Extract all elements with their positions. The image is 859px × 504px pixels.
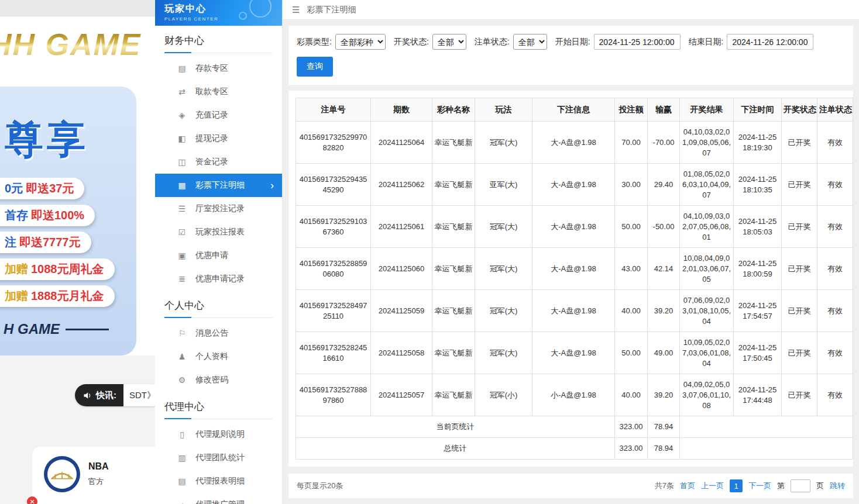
table-row: 401569173252910367360 20241125061 幸运飞艇新 …	[296, 206, 853, 248]
nba-promo-text: NBA 官方	[88, 461, 109, 487]
menu-icon: ♟	[177, 352, 187, 361]
cell-win-loss: 42.14	[648, 248, 680, 290]
bets-table: 注单号 期数 彩种名称 玩法 下注信息 投注额 输赢 开奖结果 下注时间 开奖状…	[296, 98, 853, 460]
cell-result: 01,08,05,02,06,03,10,04,09,07	[680, 164, 734, 206]
sidebar-item[interactable]: ◈ 充值记录 ›	[155, 103, 282, 127]
cell-order-status: 有效	[817, 332, 853, 374]
sidebar-item[interactable]: ◫ 资金记录 ›	[155, 150, 282, 174]
menu-icon: ⇄	[177, 87, 187, 96]
order-status-filter: 注单状态: 全部	[475, 34, 547, 50]
cell-draw-status: 已开奖	[782, 164, 817, 206]
menu-label: 彩票下注明细	[195, 180, 245, 191]
site-background: HH GAME 尊享 0元 即送37元 首存 即送100% 注 即送7777元 …	[0, 0, 155, 504]
topbar: ☰ 彩票下注明细	[283, 0, 859, 20]
first-page-link[interactable]: 首页	[680, 481, 695, 491]
promo-banner-footer-text: H GAME	[4, 321, 60, 337]
cell-result: 04,10,09,03,02,07,05,06,08,01	[680, 206, 734, 248]
end-date-label: 结束日期:	[689, 37, 724, 47]
promo-badge: 注 即送7777元	[0, 232, 91, 253]
promo-badge-text: 即送37元	[26, 181, 74, 196]
order-status-select[interactable]: 全部	[513, 34, 547, 50]
speaker-icon	[83, 392, 92, 399]
draw-status-select[interactable]: 全部	[432, 34, 466, 50]
cell-amount: 50.00	[615, 332, 648, 374]
current-page[interactable]: 1	[730, 479, 743, 492]
cell-period: 20241125060	[371, 248, 432, 290]
sidebar-item[interactable]: ☑ 玩家投注报表 ›	[155, 220, 282, 244]
cell-play: 冠军(大)	[475, 332, 532, 374]
column-header-result: 开奖结果	[680, 98, 734, 122]
next-page-link[interactable]: 下一页	[748, 481, 771, 491]
sidebar-item[interactable]: ▥ 代理团队统计 ›	[155, 446, 282, 470]
promo-banner-footer: H GAME	[4, 321, 136, 337]
sidebar-item[interactable]: ⚐ 消息公告 ›	[155, 322, 282, 345]
menu-label: 资金记录	[195, 157, 228, 167]
section-title-agent: 代理中心	[164, 400, 273, 419]
cell-time: 2024-11-25 18:10:35	[734, 164, 782, 206]
search-button[interactable]: 查询	[297, 57, 333, 77]
menu-icon: ‹	[177, 500, 187, 504]
cell-bet-info: 大-A盘@1.98	[532, 206, 615, 248]
sidebar-item[interactable]: ⇄ 取款专区 ›	[155, 80, 282, 103]
sidebar-item[interactable]: ▤ 存款专区 ›	[155, 57, 282, 80]
table-row: 401569173252885906080 20241125060 幸运飞艇新 …	[296, 248, 853, 290]
table-row: 401569173252849725110 20241125059 幸运飞艇新 …	[296, 290, 853, 332]
close-icon[interactable]: ✕	[27, 496, 37, 504]
cell-bet-no: 401569173252910367360	[296, 206, 371, 248]
sidebar-item[interactable]: ▤ 代理报表明细 ›	[155, 470, 282, 493]
cell-bet-no: 401569173252824516610	[296, 332, 371, 374]
cell-period: 20241125058	[371, 332, 432, 374]
page-summary-win-loss: 78.94	[648, 416, 680, 438]
cell-result: 04,09,02,05,03,07,06,01,10,08	[680, 374, 734, 416]
section-title-personal: 个人中心	[164, 299, 273, 318]
sidebar-item[interactable]: ⚙ 修改密码 ›	[155, 368, 282, 392]
menu-label: 玩家投注报表	[195, 227, 245, 237]
cell-bet-info: 大-A盘@1.98	[532, 332, 615, 374]
filter-panel: 彩票类型: 全部彩种 开奖状态: 全部 注单状态: 全部	[288, 26, 853, 85]
browser-strip	[0, 0, 155, 16]
sidebar-item[interactable]: ▯ 代理规则说明 ›	[155, 423, 282, 446]
promo-badge: 加赠 1088元周礼金	[0, 258, 115, 280]
cell-order-status: 有效	[817, 206, 853, 248]
nba-promo: NBA 官方	[32, 447, 155, 492]
cell-period: 20241125059	[371, 290, 432, 332]
nba-promo-title: NBA	[88, 461, 109, 472]
jump-page-input[interactable]	[791, 479, 810, 492]
sidebar-item[interactable]: ▦ 彩票下注明细 ›	[155, 174, 282, 197]
cell-play: 冠军(小)	[475, 374, 532, 416]
start-date-input[interactable]	[594, 34, 681, 50]
menu-icon: ▤	[177, 64, 187, 73]
sidebar-item[interactable]: ♟ 个人资料 ›	[155, 345, 282, 368]
cell-draw-status: 已开奖	[782, 206, 817, 248]
prev-page-link[interactable]: 上一页	[701, 481, 724, 491]
menu-label: 修改密码	[195, 375, 228, 385]
jump-button[interactable]: 跳转	[830, 481, 845, 491]
cell-win-loss: 49.00	[648, 332, 680, 374]
sidebar-item[interactable]: ≣ 优惠申请记录 ›	[155, 267, 282, 291]
sidebar-item[interactable]: ‹ 代理推广管理 ›	[155, 493, 282, 504]
sidebar-header: 玩家中心 PLAYERS CENTER	[155, 0, 282, 26]
end-date-input[interactable]	[727, 34, 813, 50]
cell-amount: 50.00	[615, 206, 648, 248]
menu-label: 存款专区	[195, 63, 228, 74]
menu-label: 代理规则说明	[195, 429, 245, 440]
cell-order-status: 有效	[817, 248, 853, 290]
menu-icon: ≣	[177, 274, 187, 284]
table-header-row: 注单号 期数 彩种名称 玩法 下注信息 投注额 输赢 开奖结果 下注时间 开奖状…	[296, 98, 853, 122]
page-summary-empty	[680, 416, 853, 438]
sidebar-item[interactable]: ☰ 厅室投注记录 ›	[155, 197, 282, 220]
hamburger-menu-icon[interactable]: ☰	[292, 5, 300, 15]
lottery-type-select[interactable]: 全部彩种	[335, 34, 386, 50]
total-summary-amount: 323.00	[615, 438, 648, 460]
column-header-time: 下注时间	[734, 98, 782, 122]
column-header-play: 玩法	[475, 98, 532, 122]
lottery-type-label: 彩票类型:	[297, 37, 332, 47]
promo-badge: 0元 即送37元	[0, 178, 84, 199]
sidebar-item[interactable]: ◧ 提现记录 ›	[155, 127, 282, 150]
promo-badge: 加赠 1888元月礼金	[0, 285, 115, 307]
promo-badge-prefix: 加赠	[5, 288, 28, 304]
cell-win-loss: 29.40	[648, 164, 680, 206]
promo-banner-title: 尊享	[5, 113, 136, 166]
sidebar-item[interactable]: ▣ 优惠申请 ›	[155, 244, 282, 267]
popup-card: NBA 官方	[32, 447, 155, 504]
